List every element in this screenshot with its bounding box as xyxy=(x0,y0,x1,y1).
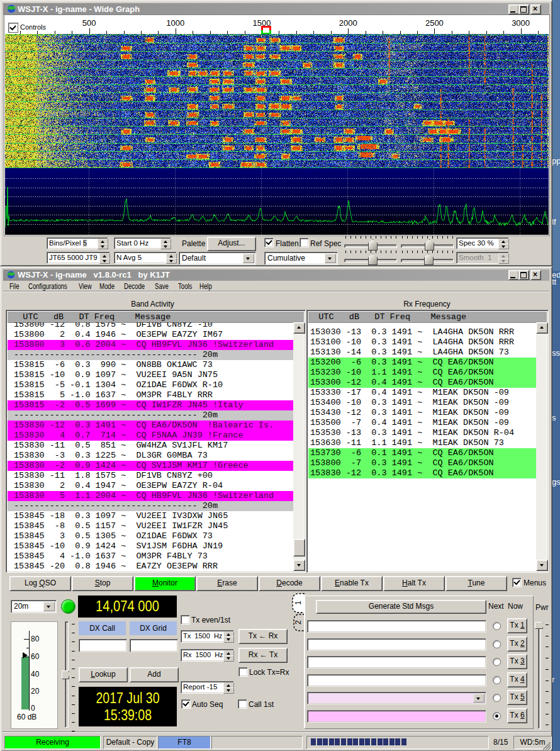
svg-text:2: 2 xyxy=(294,620,303,624)
svg-text:1: 1 xyxy=(294,601,303,605)
